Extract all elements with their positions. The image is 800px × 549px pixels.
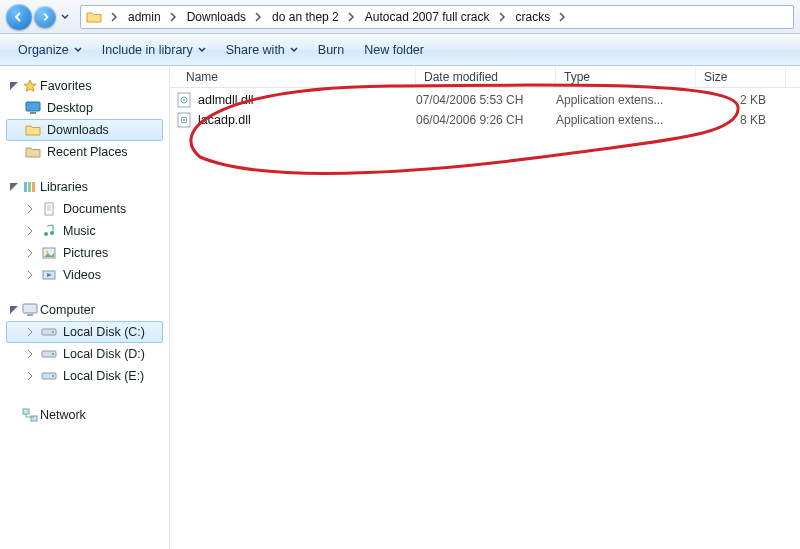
column-header-type[interactable]: Type xyxy=(556,66,696,87)
sidebar-item-label: Recent Places xyxy=(47,145,128,159)
breadcrumb-segment[interactable]: Autocad 2007 full crack xyxy=(358,6,495,28)
computer-icon xyxy=(22,302,38,318)
computer-label: Computer xyxy=(40,303,95,317)
folder-icon xyxy=(85,9,103,25)
burn-button[interactable]: Burn xyxy=(310,39,352,61)
file-size: 2 KB xyxy=(696,93,786,107)
forward-button[interactable] xyxy=(34,6,56,28)
dll-file-icon xyxy=(176,92,192,108)
svg-point-14 xyxy=(52,331,54,333)
svg-rect-5 xyxy=(45,203,53,215)
computer-header[interactable]: Computer xyxy=(6,296,169,321)
libraries-label: Libraries xyxy=(40,180,88,194)
organize-label: Organize xyxy=(18,43,69,57)
sidebar-item-label: Downloads xyxy=(47,123,109,137)
file-name: lacadp.dll xyxy=(198,113,251,127)
svg-point-18 xyxy=(52,375,54,377)
new-folder-button[interactable]: New folder xyxy=(356,39,432,61)
share-with-button[interactable]: Share with xyxy=(218,39,306,61)
breadcrumb-root-caret[interactable] xyxy=(107,6,121,28)
sidebar-item-downloads[interactable]: Downloads xyxy=(6,119,163,141)
breadcrumb-caret[interactable] xyxy=(344,6,358,28)
breadcrumb-caret[interactable] xyxy=(166,6,180,28)
dll-file-icon xyxy=(176,112,192,128)
sidebar-item-videos[interactable]: Videos xyxy=(6,264,163,286)
sidebar-item-local-disk-c[interactable]: Local Disk (C:) xyxy=(6,321,163,343)
file-type: Application extens... xyxy=(556,113,696,127)
file-name: adlmdll.dll xyxy=(198,93,254,107)
svg-rect-19 xyxy=(23,409,29,414)
libraries-icon xyxy=(22,179,38,195)
sidebar-item-local-disk-e[interactable]: Local Disk (E:) xyxy=(6,365,163,387)
column-header-size[interactable]: Size xyxy=(696,66,786,87)
breadcrumb-segment[interactable]: cracks xyxy=(509,6,556,28)
sidebar-item-label: Local Disk (E:) xyxy=(63,369,144,383)
drive-icon xyxy=(41,368,57,384)
sidebar-item-recent-places[interactable]: Recent Places xyxy=(6,141,163,163)
sidebar-item-documents[interactable]: Documents xyxy=(6,198,163,220)
breadcrumb-caret[interactable] xyxy=(555,6,569,28)
svg-rect-3 xyxy=(28,182,31,192)
arrow-left-icon xyxy=(13,11,25,23)
column-header-name[interactable]: Name xyxy=(170,66,416,87)
svg-point-9 xyxy=(46,251,49,254)
svg-rect-2 xyxy=(24,182,27,192)
history-dropdown[interactable] xyxy=(58,7,72,27)
file-list-pane: Name Date modified Type Size adlmdll.dll… xyxy=(170,66,800,549)
nav-buttons xyxy=(6,4,72,30)
svg-rect-12 xyxy=(27,314,33,316)
svg-point-7 xyxy=(50,231,54,235)
main-area: Favorites Desktop Downloads Recent Place… xyxy=(0,66,800,549)
desktop-icon xyxy=(25,100,41,116)
file-row[interactable]: adlmdll.dll 07/04/2006 5:53 CH Applicati… xyxy=(170,90,800,110)
sidebar-item-label: Pictures xyxy=(63,246,108,260)
sidebar-item-label: Music xyxy=(63,224,96,238)
file-row[interactable]: lacadp.dll 06/04/2006 9:26 CH Applicatio… xyxy=(170,110,800,130)
include-in-library-button[interactable]: Include in library xyxy=(94,39,214,61)
column-header-date[interactable]: Date modified xyxy=(416,66,556,87)
svg-point-23 xyxy=(183,99,185,101)
breadcrumb-bar[interactable]: admin Downloads do an thep 2 Autocad 200… xyxy=(80,5,794,29)
documents-icon xyxy=(41,201,57,217)
file-type: Application extens... xyxy=(556,93,696,107)
breadcrumb-segment[interactable]: admin xyxy=(121,6,166,28)
libraries-header[interactable]: Libraries xyxy=(6,173,169,198)
sidebar-item-local-disk-d[interactable]: Local Disk (D:) xyxy=(6,343,163,365)
music-icon xyxy=(41,223,57,239)
favorites-header[interactable]: Favorites xyxy=(6,72,169,97)
network-header[interactable]: Network xyxy=(6,401,169,426)
sidebar-item-desktop[interactable]: Desktop xyxy=(6,97,163,119)
sidebar-item-label: Videos xyxy=(63,268,101,282)
svg-rect-11 xyxy=(23,304,37,313)
newfolder-label: New folder xyxy=(364,43,424,57)
videos-icon xyxy=(41,267,57,283)
chevron-down-icon xyxy=(290,46,298,54)
breadcrumb-segment[interactable]: do an thep 2 xyxy=(265,6,344,28)
favorites-star-icon xyxy=(22,78,38,94)
organize-button[interactable]: Organize xyxy=(10,39,90,61)
breadcrumb-caret[interactable] xyxy=(495,6,509,28)
sidebar-item-music[interactable]: Music xyxy=(6,220,163,242)
tree-expand-icon xyxy=(26,249,34,257)
drive-icon xyxy=(41,346,57,362)
tree-expand-icon xyxy=(26,372,34,380)
chevron-down-icon xyxy=(61,13,69,21)
breadcrumb-caret[interactable] xyxy=(251,6,265,28)
breadcrumb-segment[interactable]: Downloads xyxy=(180,6,251,28)
file-size: 8 KB xyxy=(696,113,786,127)
file-date: 06/04/2006 9:26 CH xyxy=(416,113,556,127)
back-button[interactable] xyxy=(6,4,32,30)
downloads-folder-icon xyxy=(25,122,41,138)
chevron-down-icon xyxy=(74,46,82,54)
svg-rect-0 xyxy=(26,102,40,111)
column-headers: Name Date modified Type Size xyxy=(170,66,800,88)
pictures-icon xyxy=(41,245,57,261)
include-label: Include in library xyxy=(102,43,193,57)
svg-point-26 xyxy=(183,119,185,121)
share-label: Share with xyxy=(226,43,285,57)
sidebar-item-label: Local Disk (D:) xyxy=(63,347,145,361)
sidebar-item-pictures[interactable]: Pictures xyxy=(6,242,163,264)
svg-rect-1 xyxy=(30,112,36,114)
sidebar-item-label: Local Disk (C:) xyxy=(63,325,145,339)
tree-expand-icon xyxy=(26,227,34,235)
